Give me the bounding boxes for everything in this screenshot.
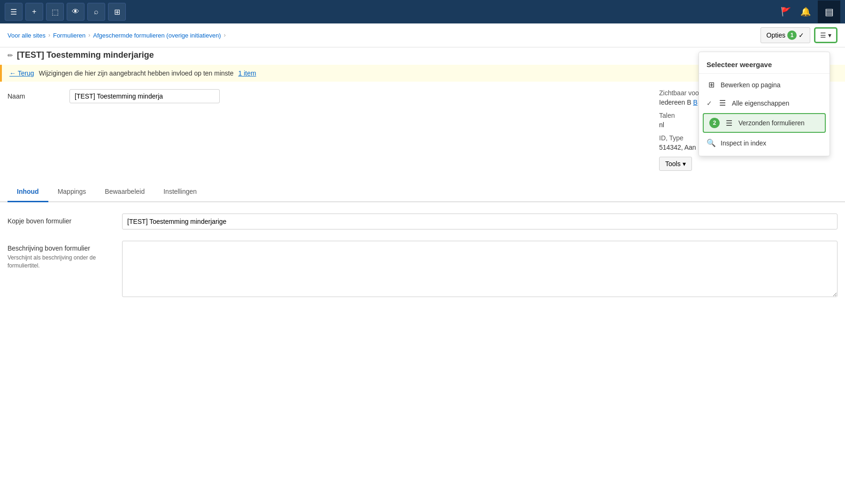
toolbar-right: 🚩 🔔 ▤ [778, 3, 840, 20]
alert-link[interactable]: 1 item [238, 69, 256, 77]
sep3: › [224, 32, 226, 38]
breadcrumb-afgeschermde[interactable]: Afgeschermde formulieren (overige initia… [93, 32, 221, 39]
views-chevron-icon: ▾ [828, 31, 831, 39]
tools-chevron-icon: ▾ [683, 160, 686, 168]
inspect-label: Inspect in index [721, 139, 766, 147]
breadcrumb-bar: Voor alle sites › Formulieren › Afgesche… [0, 23, 845, 47]
select-button[interactable]: ⬚ [46, 3, 64, 21]
beschrijving-textarea[interactable] [122, 241, 837, 297]
left-panel: Naam [8, 89, 648, 103]
dropdown-item-alle[interactable]: ✓ ☰ Alle eigenschappen [699, 94, 830, 112]
views-icon: ☰ [820, 31, 826, 39]
bell-icon[interactable]: 🔔 [798, 4, 813, 19]
opties-check-icon: ✓ [799, 31, 804, 39]
view-button[interactable]: 👁 [67, 3, 84, 21]
breadcrumb-formulieren[interactable]: Formulieren [53, 32, 85, 39]
tools-button[interactable]: Tools ▾ [659, 157, 692, 171]
header-actions: Opties 1 ✓ ☰ ▾ Selecteer weergave ⊞ Bewe… [760, 27, 837, 43]
naam-label: Naam [8, 92, 64, 100]
tab-inhoud[interactable]: Inhoud [8, 182, 48, 202]
alle-label: Alle eigenschappen [732, 99, 789, 107]
edit-icon[interactable]: ✏ [8, 52, 13, 59]
alert-message: Wijzigingen die hier zijn aangebracht he… [39, 69, 234, 77]
beschrijving-sublabel: Verschijnt als beschrijving onder de for… [8, 254, 111, 270]
verzonden-icon: ☰ [724, 119, 734, 128]
views-dropdown: Selecteer weergave ⊞ Bewerken op pagina … [699, 52, 830, 156]
form-content: Kopje boven formulier Beschrijving boven… [0, 202, 845, 308]
naam-input[interactable] [69, 89, 220, 103]
breadcrumb-all-sites[interactable]: Voor alle sites [8, 32, 46, 39]
tab-instellingen[interactable]: Instellingen [154, 182, 206, 202]
bewerken-icon: ⊞ [707, 80, 716, 89]
dropdown-item-verzonden[interactable]: 2 ☰ Verzonden formulieren [703, 113, 826, 133]
sep2: › [88, 32, 90, 38]
main-toolbar: ☰ + ⬚ 👁 ⌕ ⊞ 🚩 🔔 ▤ [0, 0, 845, 23]
opties-badge: 1 [787, 31, 797, 40]
breadcrumb: Voor alle sites › Formulieren › Afgesche… [8, 32, 226, 39]
verzonden-badge: 2 [709, 118, 720, 128]
tools-label: Tools [665, 160, 681, 168]
dropdown-item-inspect[interactable]: 🔍 Inspect in index [699, 134, 830, 152]
search-button[interactable]: ⌕ [87, 3, 105, 21]
dropdown-header: Selecteer weergave [699, 56, 830, 74]
menu-button[interactable]: ☰ [5, 3, 23, 21]
tab-mappings[interactable]: Mappings [48, 182, 96, 202]
sep1: › [48, 32, 50, 38]
opties-label: Opties [767, 31, 785, 39]
tabs-bar: Inhoud Mappings Bewaarbeleid Instellinge… [0, 182, 845, 202]
naam-row: Naam [8, 89, 648, 103]
layout-button[interactable]: ⊞ [108, 3, 126, 21]
beschrijving-row: Beschrijving boven formulier Verschijnt … [8, 241, 837, 297]
bewerken-label: Bewerken op pagina [721, 81, 781, 89]
zichtbaar-edit-link[interactable]: B [693, 99, 697, 106]
alle-icon: ☰ [718, 99, 727, 107]
views-button[interactable]: ☰ ▾ [814, 27, 837, 43]
kopje-input[interactable] [122, 214, 837, 229]
flag-icon[interactable]: 🚩 [778, 4, 793, 19]
inspect-icon: 🔍 [707, 138, 716, 147]
opties-button[interactable]: Opties 1 ✓ [760, 27, 810, 43]
kopje-row: Kopje boven formulier [8, 214, 837, 229]
page-title: [TEST] Toestemming minderjarige [17, 50, 154, 60]
alle-check-icon: ✓ [707, 99, 712, 107]
dropdown-item-bewerken[interactable]: ⊞ Bewerken op pagina [699, 76, 830, 94]
tools-area: Tools ▾ [659, 157, 837, 171]
beschrijving-label: Beschrijving boven formulier Verschijnt … [8, 241, 111, 270]
profile-icon[interactable]: ▤ [818, 0, 840, 23]
kopje-label: Kopje boven formulier [8, 214, 111, 225]
add-button[interactable]: + [25, 3, 43, 21]
verzonden-label: Verzonden formulieren [738, 119, 805, 127]
tab-bewaarbeleid[interactable]: Bewaarbeleid [95, 182, 154, 202]
back-link[interactable]: ← Terug [9, 69, 34, 77]
